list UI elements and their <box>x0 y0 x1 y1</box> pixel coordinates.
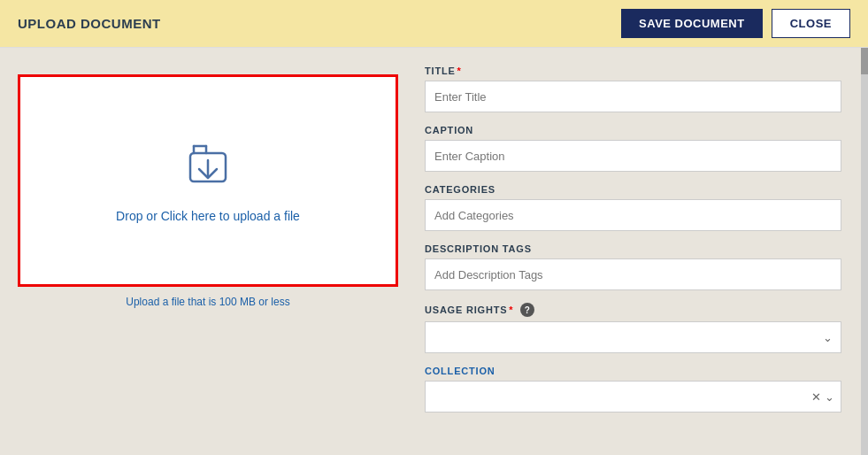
main-content: Drop or Click here to upload a file Uplo… <box>0 48 868 455</box>
description-tags-label: DESCRIPTION TAGS <box>425 243 841 254</box>
upload-drop-link: here to upload a file <box>191 209 300 223</box>
categories-input[interactable] <box>425 199 841 231</box>
caption-label: CAPTION <box>425 125 841 135</box>
usage-rights-label: USAGE RIGHTS* ? <box>425 303 841 317</box>
title-group: TITLE* <box>425 66 841 112</box>
title-input[interactable] <box>425 81 841 112</box>
description-tags-group: DESCRIPTION TAGS <box>425 243 841 290</box>
caption-input[interactable] <box>425 140 841 172</box>
usage-rights-select[interactable] <box>425 321 841 353</box>
categories-group: CATEGORIES <box>425 184 841 231</box>
usage-rights-select-wrapper: ⌄ <box>425 321 841 353</box>
scroll-thumb <box>861 48 868 74</box>
upload-drop-prefix: Drop or Click <box>116 209 188 223</box>
usage-rights-group: USAGE RIGHTS* ? ⌄ <box>425 303 841 353</box>
header-buttons: SAVE DOCUMENT CLOSE <box>621 9 850 38</box>
left-panel: Drop or Click here to upload a file Uplo… <box>18 66 398 437</box>
page-title: UPLOAD DOCUMENT <box>18 16 161 31</box>
scrollbar[interactable] <box>861 48 868 455</box>
collection-wrapper: ✕ ⌄ <box>425 381 841 413</box>
caption-group: CAPTION <box>425 125 841 172</box>
collection-group: COLLECTION ✕ ⌄ <box>425 366 841 413</box>
upload-hint: Upload a file that is 100 MB or less <box>126 296 289 308</box>
upload-icon <box>181 137 234 194</box>
usage-rights-help-icon[interactable]: ? <box>520 303 534 317</box>
close-button[interactable]: CLOSE <box>772 9 850 38</box>
upload-dropzone[interactable]: Drop or Click here to upload a file <box>18 74 398 287</box>
upload-drop-text: Drop or Click here to upload a file <box>116 208 300 224</box>
header: UPLOAD DOCUMENT SAVE DOCUMENT CLOSE <box>0 0 868 48</box>
form-panel: TITLE* CAPTION CATEGORIES DESCRIPTION TA… <box>425 66 850 437</box>
save-document-button[interactable]: SAVE DOCUMENT <box>621 9 763 38</box>
collection-input[interactable] <box>425 381 841 413</box>
categories-label: CATEGORIES <box>425 184 841 195</box>
title-label: TITLE* <box>425 66 841 76</box>
collection-label: COLLECTION <box>425 366 841 376</box>
description-tags-input[interactable] <box>425 258 841 290</box>
